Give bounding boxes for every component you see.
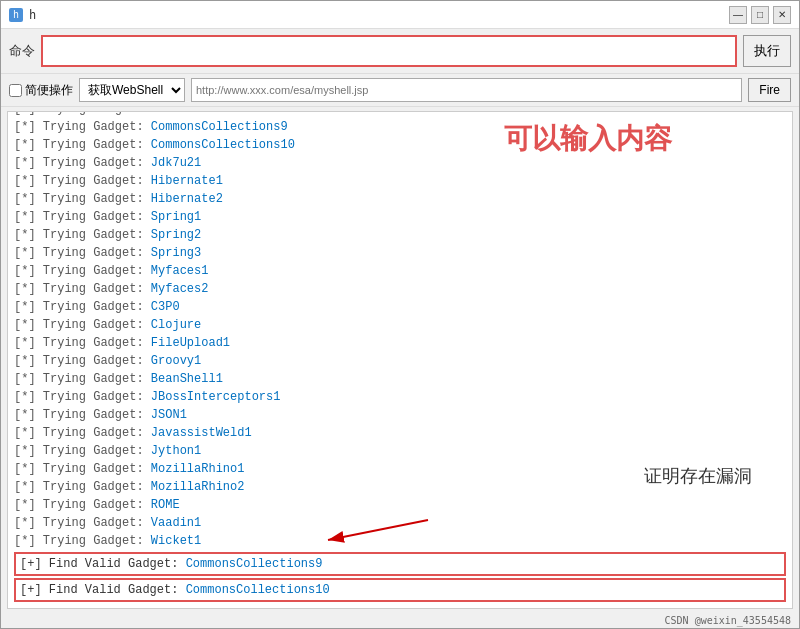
second-toolbar: 简便操作 获取WebShell Fire [1,74,799,107]
simple-operation-checkbox[interactable]: 简便操作 [9,82,73,99]
log-line: [*] Trying Gadget: C3P0 [14,298,786,316]
log-line: [*] Trying Gadget: ROME [14,496,786,514]
content-area: [*] Trying Gadget: CommonsCollections5[*… [7,111,793,609]
cmd-label: 命令 [9,42,35,60]
log-line: [*] Trying Gadget: Hibernate2 [14,190,786,208]
log-line: [*] Trying Gadget: CommonsCollections9 [14,118,786,136]
log-line: [*] Trying Gadget: JBossInterceptors1 [14,388,786,406]
log-line: [*] Trying Gadget: Vaadin1 [14,514,786,532]
minimize-button[interactable]: — [729,6,747,24]
log-line: [*] Trying Gadget: Hibernate1 [14,172,786,190]
log-line: [*] Trying Gadget: CommonsCollections10 [14,136,786,154]
exec-button[interactable]: 执行 [743,35,791,67]
log-line: [*] Trying Gadget: Myfaces2 [14,280,786,298]
title-bar: h h — □ ✕ [1,1,799,29]
log-line: [*] Trying Gadget: JSON1 [14,406,786,424]
maximize-button[interactable]: □ [751,6,769,24]
close-button[interactable]: ✕ [773,6,791,24]
app-icon: h [9,8,23,22]
log-line: [*] Trying Gadget: FileUpload1 [14,334,786,352]
log-line: [*] Trying Gadget: Wicket1 [14,532,786,550]
url-input[interactable] [191,78,742,102]
simple-op-label: 简便操作 [25,82,73,99]
main-window: h h — □ ✕ 命令 执行 简便操作 获取WebShell Fire [*]… [0,0,800,629]
log-area[interactable]: [*] Trying Gadget: CommonsCollections5[*… [8,112,792,608]
valid-gadgets-container: [+] Find Valid Gadget: CommonsCollection… [14,552,786,602]
title-controls: — □ ✕ [729,6,791,24]
bottom-text: CSDN @weixin_43554548 [665,615,791,626]
log-line: [*] Trying Gadget: Clojure [14,316,786,334]
webshell-dropdown[interactable]: 获取WebShell [79,78,185,102]
log-line: [*] Trying Gadget: MozillaRhino2 [14,478,786,496]
log-line: [*] Trying Gadget: Groovy1 [14,352,786,370]
log-line: [*] Trying Gadget: MozillaRhino1 [14,460,786,478]
log-line: [*] Trying Gadget: Jython1 [14,442,786,460]
command-toolbar: 命令 执行 [1,29,799,74]
title-bar-left: h h [9,8,36,22]
window-title: h [29,8,36,22]
fire-button[interactable]: Fire [748,78,791,102]
log-line: [*] Trying Gadget: Spring1 [14,208,786,226]
simple-op-check[interactable] [9,84,22,97]
log-line: [*] Trying Gadget: BeanShell1 [14,370,786,388]
valid-gadget-line: [+] Find Valid Gadget: CommonsCollection… [14,552,786,576]
log-line: [*] Trying Gadget: Spring2 [14,226,786,244]
log-line: [*] Trying Gadget: Jdk7u21 [14,154,786,172]
valid-gadget-line: [+] Find Valid Gadget: CommonsCollection… [14,578,786,602]
log-line: [*] Trying Gadget: Myfaces1 [14,262,786,280]
log-line: [*] Trying Gadget: JavassistWeld1 [14,424,786,442]
log-line: [*] Trying Gadget: Spring3 [14,244,786,262]
command-input[interactable] [41,35,737,67]
bottom-bar: CSDN @weixin_43554548 [1,613,799,628]
